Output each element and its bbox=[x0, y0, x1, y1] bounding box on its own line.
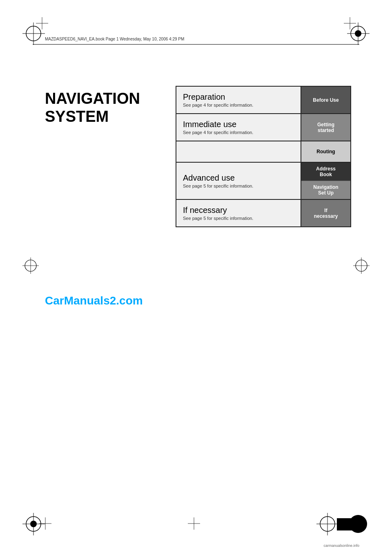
navigation-table: Preparation See page 4 for specific info… bbox=[176, 86, 351, 227]
tab-navigation-setup[interactable]: Navigation Set Up bbox=[301, 181, 350, 199]
nav-row-if-necessary: If necessary See page 5 for specific inf… bbox=[176, 200, 350, 226]
nav-row-advanced: Advanced use See page 5 for specific inf… bbox=[176, 163, 350, 200]
nav-right-advanced: Address Book Navigation Set Up bbox=[301, 163, 350, 199]
nav-empty-routing-left bbox=[176, 141, 301, 162]
header-file-info: MAZDASPEED6_NAVI_EA.book Page 1 Wednesda… bbox=[45, 37, 184, 41]
svg-point-6 bbox=[355, 30, 361, 37]
tab-address-book[interactable]: Address Book bbox=[301, 163, 350, 181]
tab-if-necessary[interactable]: If necessary bbox=[301, 200, 350, 226]
crosshair-bottom-center bbox=[188, 517, 200, 530]
svg-point-20 bbox=[30, 521, 37, 527]
tab-before-use[interactable]: Before Use bbox=[301, 87, 350, 113]
advanced-title: Advanced use bbox=[183, 173, 294, 183]
nav-right-if-necessary: If necessary bbox=[301, 200, 350, 226]
crosshair-right-mid bbox=[353, 257, 370, 274]
trim-mark-top-right-inner bbox=[344, 17, 356, 29]
nav-left-if-necessary: If necessary See page 5 for specific inf… bbox=[176, 200, 301, 226]
nav-right-immediate: Getting started bbox=[301, 114, 350, 141]
nav-left-immediate: Immediate use See page 4 for specific in… bbox=[176, 114, 301, 141]
nav-row-routing: Routing bbox=[176, 141, 350, 163]
tab-getting-started[interactable]: Getting started bbox=[301, 114, 350, 141]
immediate-sub: See page 4 for specific information. bbox=[183, 130, 294, 135]
svg-point-28 bbox=[349, 515, 367, 533]
crosshair-bottom-left-inner bbox=[39, 517, 51, 530]
if-necessary-title: If necessary bbox=[183, 206, 294, 215]
preparation-sub: See page 4 for specific information. bbox=[183, 103, 294, 107]
trim-mark-top-left bbox=[36, 17, 48, 29]
advanced-sub: See page 5 for specific information. bbox=[183, 184, 294, 188]
header-line bbox=[33, 44, 359, 45]
main-title: NAVIGATION SYSTEM bbox=[45, 90, 140, 125]
tab-routing[interactable]: Routing bbox=[301, 141, 350, 162]
footer-text: carmanualsonline.info bbox=[323, 544, 359, 548]
if-necessary-sub: See page 5 for specific information. bbox=[183, 216, 294, 221]
title-line2: SYSTEM bbox=[45, 108, 140, 126]
nav-row-immediate: Immediate use See page 4 for specific in… bbox=[176, 114, 350, 141]
nav-right-preparation: Before Use bbox=[301, 87, 350, 113]
crosshair-bottom-right bbox=[316, 513, 339, 535]
nav-left-preparation: Preparation See page 4 for specific info… bbox=[176, 87, 301, 113]
nav-left-advanced: Advanced use See page 5 for specific inf… bbox=[176, 163, 301, 199]
watermark-text: CarManuals2.com bbox=[45, 294, 143, 307]
crosshair-left-mid bbox=[22, 257, 39, 274]
preparation-title: Preparation bbox=[183, 92, 294, 102]
immediate-title: Immediate use bbox=[183, 120, 294, 129]
nav-right-routing: Routing bbox=[301, 141, 350, 162]
corner-mark-bottom-right bbox=[347, 513, 370, 535]
title-line1: NAVIGATION bbox=[45, 90, 140, 108]
nav-row-preparation: Preparation See page 4 for specific info… bbox=[176, 87, 350, 114]
